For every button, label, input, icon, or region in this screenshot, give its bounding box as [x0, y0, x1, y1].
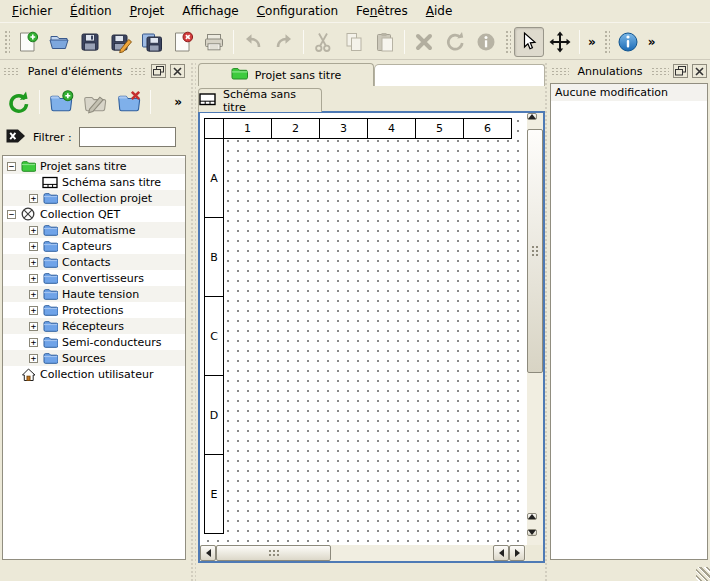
tree-item-semi-conducteurs[interactable]: +Semi-conducteurs	[3, 334, 185, 350]
diagram-view[interactable]: 123456ABCDE	[198, 111, 545, 563]
scroll-left-button[interactable]	[200, 545, 216, 561]
tree-expander[interactable]: −	[7, 162, 16, 171]
toolbar-drag-handle[interactable]	[3, 29, 10, 55]
window-resize-grip[interactable]	[696, 567, 710, 581]
folder-blue-icon	[42, 239, 58, 253]
tree-item-protections[interactable]: +Protections	[3, 302, 185, 318]
toolbar-overflow-chevron[interactable]: »	[584, 35, 600, 49]
tree-item-recepteurs[interactable]: +Récepteurs	[3, 318, 185, 334]
close-panel-button[interactable]	[170, 64, 185, 78]
tree-item-label: Collection utilisateur	[40, 368, 153, 381]
scroll-down-button[interactable]	[527, 529, 537, 536]
scroll-up-button[interactable]	[527, 113, 537, 120]
tree-item-capteurs[interactable]: +Capteurs	[3, 238, 185, 254]
redo-button[interactable]	[269, 27, 299, 57]
toolbar-overflow-chevron[interactable]: »	[170, 95, 186, 109]
print-button[interactable]	[199, 27, 229, 57]
undo-button[interactable]	[238, 27, 268, 57]
tab-schema[interactable]: Schéma sans titre	[198, 88, 322, 112]
tree-expander[interactable]: +	[29, 290, 38, 299]
tree-item-projet-sans-titre[interactable]: −Projet sans titre	[3, 158, 185, 174]
delete-button[interactable]	[409, 27, 439, 57]
menu-affichage[interactable]: Affichage	[173, 0, 247, 22]
toolbar-overflow-chevron[interactable]: »	[644, 35, 660, 49]
diagram-grid[interactable]: 123456ABCDE	[200, 113, 543, 561]
pan-mode-button[interactable]	[545, 27, 575, 57]
reload-collections-button[interactable]	[2, 86, 34, 118]
toolbar-separator	[579, 30, 580, 54]
left-arrow-icon	[499, 549, 504, 557]
menu-fenetres[interactable]: Fenêtres	[347, 0, 417, 22]
tree-item-contacts[interactable]: +Contacts	[3, 254, 185, 270]
save-all-files-button[interactable]	[137, 27, 167, 57]
menu-edition[interactable]: Édition	[61, 0, 121, 22]
tree-expander[interactable]: +	[29, 354, 38, 363]
save-file-button[interactable]	[75, 27, 105, 57]
close-panel-button[interactable]	[692, 64, 707, 78]
edit-category-button[interactable]	[79, 86, 111, 118]
select-mode-button[interactable]	[514, 27, 544, 57]
tree-expander[interactable]: +	[29, 306, 38, 315]
horizontal-scrollbar[interactable]	[200, 545, 526, 561]
tree-item-automatisme[interactable]: +Automatisme	[3, 222, 185, 238]
horizontal-scroll-thumb[interactable]	[216, 545, 331, 561]
paste-button[interactable]	[370, 27, 400, 57]
tree-item-schema-sans-titre[interactable]: Schéma sans titre	[3, 174, 185, 190]
scroll-up-button-2[interactable]	[527, 513, 537, 520]
open-file-button[interactable]	[44, 27, 74, 57]
tab-project[interactable]: Projet sans titre	[198, 63, 374, 86]
tree-expander[interactable]: −	[7, 210, 16, 219]
scroll-left-button-2[interactable]	[493, 545, 509, 561]
tree-expander[interactable]: +	[29, 338, 38, 347]
vertical-scrollbar[interactable]	[527, 113, 543, 545]
tree-expander[interactable]: +	[29, 322, 38, 331]
close-file-button[interactable]	[168, 27, 198, 57]
save-file-icon	[78, 30, 102, 54]
menu-fichier[interactable]: Fichier	[3, 0, 61, 22]
tree-item-label: Automatisme	[62, 224, 136, 237]
float-panel-button[interactable]	[673, 64, 688, 78]
vertical-scroll-thumb[interactable]	[527, 129, 543, 373]
undo-list-item[interactable]: Aucune modification	[551, 84, 707, 101]
folder-blue-icon	[42, 271, 58, 285]
folder-blue-icon	[42, 335, 58, 349]
elements-panel-titlebar[interactable]: Panel d'éléments	[2, 62, 186, 80]
dock-title-texture	[551, 67, 569, 76]
new-category-button[interactable]	[45, 86, 77, 118]
menu-projet[interactable]: Projet	[121, 0, 174, 22]
column-header-3: 3	[319, 118, 368, 139]
select-mode-icon	[517, 30, 541, 54]
about-button[interactable]	[613, 27, 643, 57]
tree-expander[interactable]: +	[29, 242, 38, 251]
toolbar-drag-handle[interactable]	[504, 29, 511, 55]
tree-item-label: Sources	[62, 352, 106, 365]
tree-expander[interactable]: +	[29, 274, 38, 283]
up-arrow-icon	[528, 114, 536, 119]
tree-item-sources[interactable]: +Sources	[3, 350, 185, 366]
tree-expander[interactable]: +	[29, 226, 38, 235]
float-panel-button[interactable]	[151, 64, 166, 78]
menu-aide[interactable]: Aide	[417, 0, 462, 22]
element-info-button[interactable]	[471, 27, 501, 57]
cut-icon	[311, 30, 335, 54]
tree-item-convertisseurs[interactable]: +Convertisseurs	[3, 270, 185, 286]
filter-input[interactable]	[79, 127, 176, 147]
delete-category-button[interactable]	[113, 86, 145, 118]
cut-button[interactable]	[308, 27, 338, 57]
new-file-button[interactable]	[13, 27, 43, 57]
toolbar-drag-handle[interactable]	[603, 29, 610, 55]
clear-filter-icon[interactable]	[5, 128, 26, 147]
tree-item-collection-qet[interactable]: −Collection QET	[3, 206, 185, 222]
scroll-right-button[interactable]	[509, 545, 525, 561]
menu-configuration[interactable]: Configuration	[248, 0, 347, 22]
tab-schema-label: Schéma sans titre	[223, 88, 321, 114]
tree-item-collection-utilisateur[interactable]: Collection utilisateur	[3, 366, 185, 382]
copy-button[interactable]	[339, 27, 369, 57]
undo-panel-titlebar[interactable]: Annulations	[550, 62, 708, 80]
tree-expander[interactable]: +	[29, 258, 38, 267]
tree-item-haute-tension[interactable]: +Haute tension	[3, 286, 185, 302]
rotate-button[interactable]	[440, 27, 470, 57]
save-file-as-button[interactable]	[106, 27, 136, 57]
tree-expander[interactable]: +	[29, 194, 38, 203]
tree-item-collection-projet[interactable]: +Collection projet	[3, 190, 185, 206]
